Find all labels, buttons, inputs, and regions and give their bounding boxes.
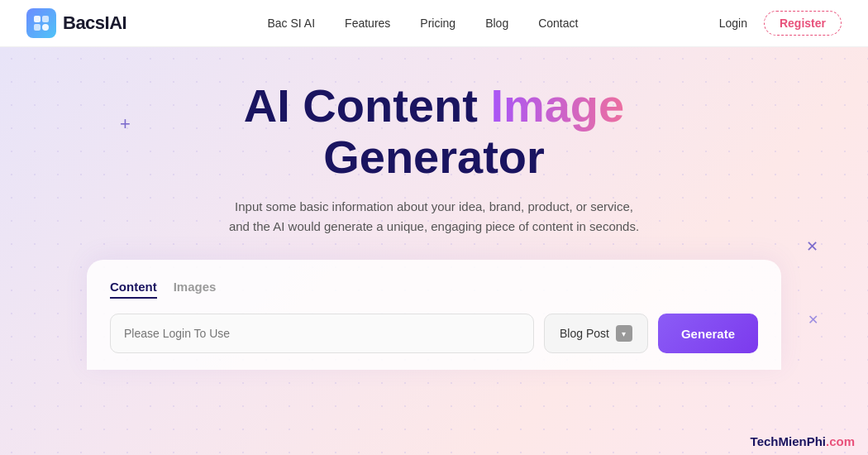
hero-title-line2: Generator bbox=[244, 132, 624, 183]
nav-blog[interactable]: Blog bbox=[485, 17, 508, 30]
x-decoration-2: ✕ bbox=[808, 312, 818, 328]
hero-section: + ✕ ✕ AI Content Image Generator Input s… bbox=[0, 47, 868, 455]
logo-icon bbox=[26, 8, 56, 38]
login-button[interactable]: Login bbox=[719, 17, 747, 30]
subtitle-line2: and the AI would generate a unique, enga… bbox=[229, 219, 639, 233]
nav-features[interactable]: Features bbox=[345, 17, 390, 30]
watermark: TechMienPhi.com bbox=[751, 434, 855, 448]
subtitle-line1: Input some basic information about your … bbox=[235, 199, 633, 213]
dropdown-label: Blog Post bbox=[560, 327, 609, 340]
watermark-tech: TechMienPhi bbox=[751, 434, 826, 448]
register-button[interactable]: Register bbox=[764, 11, 842, 36]
tab-images[interactable]: Images bbox=[174, 280, 217, 299]
svg-point-3 bbox=[42, 24, 49, 31]
prompt-input[interactable] bbox=[110, 314, 534, 353]
hero-title-line1: AI Content Image bbox=[244, 80, 624, 132]
svg-rect-1 bbox=[42, 16, 49, 22]
navbar: BacsIAI Bac SI AI Features Pricing Blog … bbox=[0, 0, 868, 47]
nav-contact[interactable]: Contact bbox=[538, 17, 578, 30]
x-decoration-1: ✕ bbox=[806, 237, 818, 256]
navbar-links: Bac SI AI Features Pricing Blog Contact bbox=[268, 17, 579, 30]
card-tabs: Content Images bbox=[110, 280, 758, 299]
generator-card: Content Images Blog Post ▾ Generate bbox=[87, 260, 781, 370]
title-ai-content: AI Content bbox=[244, 79, 491, 132]
navbar-logo-area: BacsIAI bbox=[26, 8, 126, 38]
nav-pricing[interactable]: Pricing bbox=[420, 17, 455, 30]
plus-decoration: + bbox=[120, 113, 131, 135]
tab-content[interactable]: Content bbox=[110, 280, 157, 299]
svg-rect-0 bbox=[34, 16, 41, 22]
title-image-word: Image bbox=[490, 79, 624, 132]
hero-title: AI Content Image Generator bbox=[244, 80, 624, 182]
watermark-com: .com bbox=[826, 434, 855, 448]
hero-subtitle: Input some basic information about your … bbox=[229, 197, 639, 237]
navbar-auth: Login Register bbox=[719, 11, 842, 36]
logo-text: BacsIAI bbox=[63, 12, 126, 34]
generate-button[interactable]: Generate bbox=[658, 314, 758, 353]
dropdown-arrow-icon: ▾ bbox=[616, 325, 632, 342]
card-inputs: Blog Post ▾ Generate bbox=[110, 314, 758, 353]
svg-rect-2 bbox=[34, 24, 41, 31]
content-type-dropdown[interactable]: Blog Post ▾ bbox=[544, 314, 648, 353]
nav-bac-si-ai[interactable]: Bac SI AI bbox=[268, 17, 316, 30]
